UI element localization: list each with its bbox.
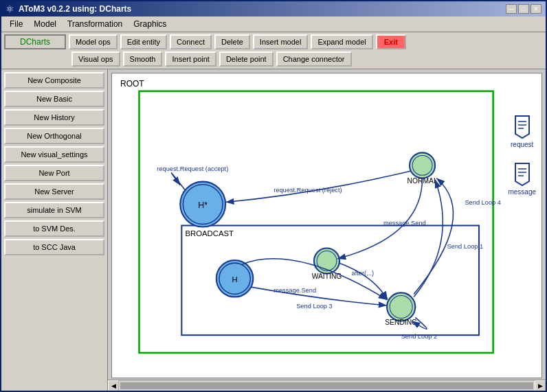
send-loop4-label: Send Loop 4 [465, 199, 501, 206]
app-icon: ⚛ [5, 3, 14, 14]
broadcast-label: BROADCAST [185, 229, 234, 238]
insert-model-button[interactable]: Insert model [253, 34, 309, 49]
new-visual-settings-button[interactable]: New visual_settings [4, 146, 104, 163]
new-history-button[interactable]: New History [4, 109, 104, 126]
h-star-label: H* [198, 200, 208, 210]
maximize-button[interactable]: □ [518, 4, 529, 14]
message-send-label: message.Send [383, 220, 426, 227]
delete-button[interactable]: Delete [214, 34, 250, 49]
minimize-button[interactable]: — [506, 4, 517, 14]
delete-point-button[interactable]: Delete point [219, 51, 274, 67]
title-bar-title: AToM3 v0.2.2 using: DCharts [19, 4, 131, 14]
new-port-button[interactable]: New Port [4, 165, 104, 181]
sidebar: New Composite New Basic New History New … [1, 69, 108, 391]
h-label: H [232, 275, 237, 284]
title-bar: ⚛ AToM3 v0.2.2 using: DCharts — □ ✕ [1, 1, 546, 16]
message-icon [511, 162, 533, 187]
expand-model-button[interactable]: Expand model [311, 34, 372, 49]
svg-point-6 [412, 156, 432, 176]
request-icon [511, 115, 533, 139]
menu-bar: File Model Transformation Graphics [1, 16, 546, 32]
simulate-svm-button[interactable]: simulate in SVM [4, 202, 104, 218]
main-area: New Composite New Basic New History New … [1, 69, 546, 391]
send-loop3-label: Send Loop 3 [296, 303, 333, 310]
accept-label: request.Request (accept) [157, 165, 228, 172]
svg-point-12 [390, 295, 412, 318]
edit-entity-button[interactable]: Edit entity [120, 34, 167, 49]
send-loop2-label: Send Loop 2 [401, 333, 438, 340]
svg-marker-17 [515, 163, 529, 185]
visual-ops-button[interactable]: Visual ops [71, 51, 120, 67]
new-basic-button[interactable]: New Basic [4, 91, 104, 107]
close-button[interactable]: ✕ [531, 4, 542, 14]
smooth-button[interactable]: Smooth [123, 51, 163, 67]
canvas-content[interactable]: ROOT BROADCAST [111, 73, 542, 378]
scroll-left-button[interactable]: ◀ [108, 380, 119, 391]
request-icon-item: request [511, 115, 533, 148]
title-bar-controls: — □ ✕ [506, 4, 542, 14]
scrollbar[interactable]: ◀ ▶ [108, 380, 546, 391]
menu-file[interactable]: File [4, 18, 28, 30]
after-label: after(...) [352, 270, 374, 277]
scroll-right-button[interactable]: ▶ [535, 380, 546, 391]
to-scc-java-button[interactable]: to SCC Java [4, 239, 104, 255]
toolbar-container: DCharts Model ops Edit entity Connect De… [1, 32, 546, 69]
svg-marker-13 [515, 116, 529, 138]
reject-label: request.Request (reject) [274, 187, 342, 194]
insert-point-button[interactable]: Insert point [165, 51, 216, 67]
exit-button[interactable]: Exit [376, 34, 406, 49]
toolbar-row1: DCharts Model ops Edit entity Connect De… [4, 34, 543, 49]
change-connector-button[interactable]: Change connector [276, 51, 352, 67]
menu-model[interactable]: Model [28, 18, 62, 30]
message-icon-item: message [508, 162, 536, 196]
canvas-area[interactable]: ROOT BROADCAST [108, 69, 546, 391]
svg-point-10 [317, 251, 337, 271]
to-svm-des-button[interactable]: to SVM Des. [4, 220, 104, 237]
sending-label: SENDING [385, 319, 417, 326]
h-message-send-label: message.Send [274, 287, 316, 294]
dchart-label: DCharts [4, 34, 66, 49]
toolbar-row2: Visual ops Smooth Insert point Delete po… [71, 51, 543, 67]
model-ops-button[interactable]: Model ops [69, 34, 118, 49]
new-composite-button[interactable]: New Composite [4, 72, 104, 89]
request-icon-label: request [511, 141, 533, 148]
connect-button[interactable]: Connect [170, 34, 212, 49]
icon-panel: request message [508, 115, 536, 196]
new-server-button[interactable]: New Server [4, 183, 104, 200]
scrollbar-track[interactable] [120, 382, 533, 389]
title-bar-left: ⚛ AToM3 v0.2.2 using: DCharts [5, 3, 131, 14]
send-loop1-label: Send Loop 1 [447, 243, 484, 250]
menu-transformation[interactable]: Transformation [62, 18, 128, 30]
new-orthogonal-button[interactable]: New Orthogonal [4, 128, 104, 144]
diagram-svg: BROADCAST H* NORMAL H WA [112, 73, 542, 378]
message-icon-label: message [508, 188, 536, 196]
menu-graphics[interactable]: Graphics [128, 18, 172, 30]
app-window: ⚛ AToM3 v0.2.2 using: DCharts — □ ✕ File… [0, 0, 547, 392]
